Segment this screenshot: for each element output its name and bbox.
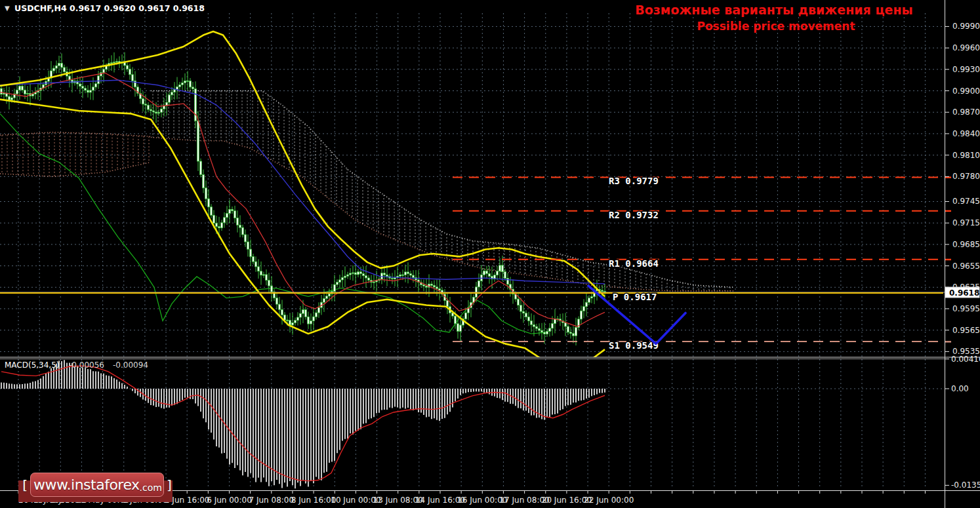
price-tick-label: 0.9565 [952,326,980,335]
candle-body [276,298,278,304]
candle-body [313,317,315,321]
candle-body [436,287,438,289]
candle-body [318,307,320,313]
candle-body [53,68,55,71]
candle-body [326,296,328,299]
pivot-label-r1: R1 0.9664 [609,258,659,269]
candle-body [339,280,341,283]
candle-body [410,273,412,275]
watermark-bracket-left: [ [22,477,28,493]
candle-body [465,313,467,319]
candle-body [539,328,541,330]
candle-body [305,310,307,317]
price-tick-label: 0.9810 [952,151,980,160]
candle-body [79,84,81,87]
pane-borders [0,0,980,508]
candle-body [127,66,129,69]
candle-body [357,272,359,275]
candle-body [525,313,527,317]
candle-body [588,298,590,303]
pivot-label-r2: R2 0.9732 [609,210,659,220]
candle-body [523,311,525,313]
candle-body [200,161,202,174]
candle-body [342,277,344,280]
candle-body [295,321,296,323]
candle-body [247,242,249,249]
candle-body [279,304,281,309]
price-tick-label: 0.9655 [952,262,980,271]
symbol-dropdown-icon[interactable]: ▼ [5,5,10,12]
candle-body [407,272,409,274]
macd-tick-label: 0.00 [951,384,969,393]
candle-body [111,63,113,64]
price-tick-label: 0.9930 [952,65,980,74]
candle-body [232,209,234,210]
candle-body [56,66,58,68]
pivot-label-r3: R3 0.9779 [609,176,659,186]
candle-body [224,218,226,223]
candle-body [504,272,506,279]
candle-body [95,84,97,87]
candle-body [116,62,118,62]
candle-body [153,111,155,112]
candle-body [158,112,160,113]
candle-body [255,262,257,267]
candle-body [489,273,491,276]
candle-body [439,288,441,290]
candle-body [546,332,548,334]
candle-body [190,81,192,87]
candle-body [142,99,144,104]
symbol-title: USDCHF,H4 0.9617 0.9620 0.9617 0.9618 [14,3,205,13]
candle-body [229,209,231,213]
candle-body [192,87,194,89]
watermark-domain: www.instaforex [33,477,140,493]
candle-body [350,273,352,275]
candle-body [182,83,184,85]
bollinger-upper [0,31,605,296]
candle-body [329,294,331,296]
candle-body [132,75,134,81]
candle-body [363,274,365,276]
candle-body [405,272,407,275]
candle-body [384,273,386,275]
candle-body [203,174,205,187]
price-tick-label: 0.9960 [952,43,980,52]
macd-tick-label: 0.00416 [951,355,980,364]
candle-body [497,271,499,275]
candle-body [9,96,10,100]
candle-body [145,104,147,105]
candle-body [266,275,268,281]
candle-body [308,317,310,324]
candle-body [237,218,239,225]
price-tick-label: 0.9990 [952,22,980,31]
candle-body [213,215,215,223]
candle-body [98,76,100,84]
candle-body [19,86,21,90]
candle-body [245,235,247,242]
candle-body [355,273,357,275]
candle-body [455,316,457,324]
candle-body [573,334,575,336]
price-tick-label: 0.9715 [952,218,980,227]
candle-body [171,92,173,95]
current-price-text: 0.9618 [949,288,979,298]
candle-body [197,121,199,161]
candle-body [58,63,60,66]
candle-body [413,275,415,277]
candle-body [533,324,535,326]
candle-body [334,284,336,291]
candle-body [187,81,189,81]
candle-body [211,207,213,216]
candle-body [82,87,84,88]
candle-body [287,320,289,321]
instaforex-watermark[interactable]: [ www.instaforex .com ] [18,473,176,505]
candle-body [544,332,546,334]
candle-body [205,188,207,199]
watermark-box: [ www.instaforex .com ] [30,473,164,497]
candle-body [520,305,522,311]
candle-body [531,321,533,324]
candle-body [113,62,115,63]
candle-body [518,299,520,305]
candle-body [536,326,538,328]
macd-pane [1,360,605,488]
